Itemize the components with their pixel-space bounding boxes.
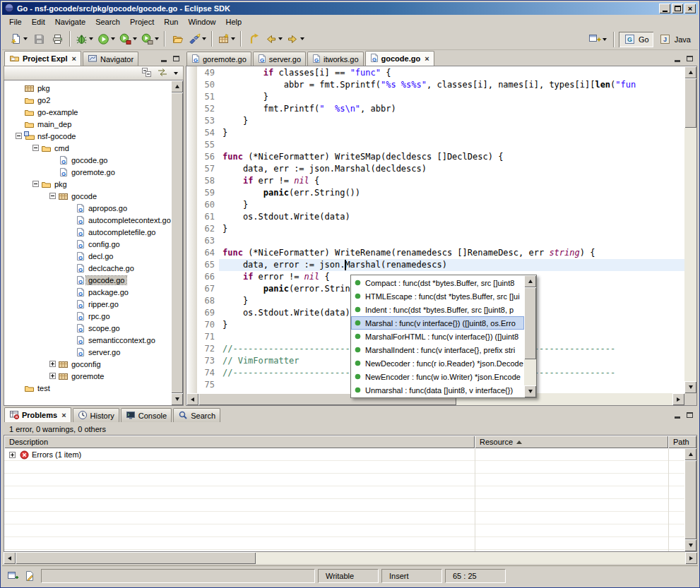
new-package-button[interactable]	[216, 30, 237, 47]
editor-vertical-scrollbar[interactable]	[684, 66, 696, 393]
tree-item-rpc-go[interactable]: Grpc.go	[4, 310, 171, 322]
minimize-view-icon[interactable]	[672, 53, 682, 64]
menu-project[interactable]: Project	[125, 16, 159, 28]
code-line-58[interactable]: if err != nil {	[219, 175, 684, 187]
tree-item-goremote-go[interactable]: Ggoremote.go	[4, 166, 171, 178]
tree-item-cmd[interactable]: cmd	[4, 142, 171, 154]
code-line-65[interactable]: data, error := json.Marshal(renamedescs)	[219, 259, 684, 271]
code-line-57[interactable]: data, err := json.Marshal(decldescs)	[219, 163, 684, 175]
menu-edit[interactable]: Edit	[27, 16, 50, 28]
project-tree[interactable]: pkggo2go-examplemain_depnsf-gocodecmdGgo…	[4, 82, 171, 405]
tree-item-go-example[interactable]: go-example	[4, 106, 171, 118]
tree-item-gocode-go[interactable]: Ggocode.go	[4, 274, 171, 286]
problems-vertical-scrollbar[interactable]	[684, 448, 696, 551]
code-line-52[interactable]: fmt.Printf(" %s\n", abbr)	[219, 103, 684, 115]
code-line-51[interactable]: }	[219, 91, 684, 103]
dropdown-arrow-icon[interactable]	[88, 30, 94, 47]
close-icon[interactable]: ×	[425, 54, 429, 63]
tree-item-gocode-go[interactable]: Ggocode.go	[4, 154, 171, 166]
tree-item-pkg[interactable]: pkg	[4, 82, 171, 94]
tree-item-nsf-gocode[interactable]: nsf-gocode	[4, 130, 171, 142]
tab-project-expl[interactable]: Project Expl×	[4, 51, 81, 66]
scroll-up-icon[interactable]	[524, 275, 536, 287]
run-last-button[interactable]	[118, 30, 138, 47]
dropdown-arrow-icon[interactable]	[201, 30, 207, 47]
back-button[interactable]	[263, 30, 284, 47]
scroll-up-icon[interactable]	[684, 448, 696, 460]
menu-help[interactable]: Help	[221, 16, 247, 28]
expand-icon[interactable]	[48, 361, 57, 367]
menu-window[interactable]: Window	[183, 16, 220, 28]
completion-item[interactable]: NewDecoder : func(r io.Reader) *json.Dec…	[351, 356, 524, 370]
popup-vertical-scrollbar[interactable]	[524, 275, 536, 397]
completion-item[interactable]: MarshalIndent : func(v interface{}, pref…	[351, 343, 524, 356]
tree-item-goremote[interactable]: goremote	[4, 370, 171, 382]
scroll-left-icon[interactable]	[4, 552, 16, 564]
code-line-60[interactable]: }	[219, 199, 684, 211]
dropdown-arrow-icon[interactable]	[601, 31, 607, 48]
scrollbar-thumb[interactable]	[684, 78, 696, 128]
tab-goremote-go[interactable]: Ggoremote.go	[186, 52, 251, 66]
dropdown-arrow-icon[interactable]	[299, 30, 305, 47]
menu-run[interactable]: Run	[159, 16, 183, 28]
scroll-down-icon[interactable]	[171, 393, 183, 405]
tree-item-decl-go[interactable]: Gdecl.go	[4, 250, 171, 262]
tree-item-autocompletefile-go[interactable]: Gautocompletefile.go	[4, 226, 171, 238]
print-button[interactable]	[49, 30, 66, 47]
dropdown-arrow-icon[interactable]	[22, 30, 28, 47]
tree-item-gocode[interactable]: gocode	[4, 190, 171, 202]
scroll-left-icon[interactable]	[186, 393, 198, 405]
column-header-resource[interactable]: Resource	[475, 436, 668, 448]
completion-item[interactable]: Unmarshal : func(data []uint8, v interfa…	[351, 383, 524, 397]
minimize-view-icon[interactable]	[672, 409, 682, 420]
collapse-icon[interactable]	[48, 193, 57, 199]
dropdown-arrow-icon[interactable]	[230, 30, 236, 47]
run-button[interactable]	[96, 30, 117, 47]
java-perspective-button[interactable]: JJava	[655, 32, 695, 47]
tab-history[interactable]: History	[73, 408, 119, 422]
scroll-up-icon[interactable]	[171, 80, 183, 92]
menu-file[interactable]: File	[4, 16, 27, 28]
dropdown-arrow-icon[interactable]	[109, 30, 116, 47]
completion-item[interactable]: HTMLEscape : func(dst *bytes.Buffer, src…	[351, 289, 524, 303]
open-perspective-button[interactable]	[588, 31, 608, 48]
completion-item[interactable]: MarshalForHTML : func(v interface{}) ([]…	[351, 330, 524, 343]
scroll-right-icon[interactable]	[672, 393, 684, 405]
tab-gocode-go[interactable]: Ggocode.go×	[365, 51, 434, 66]
scroll-down-icon[interactable]	[524, 385, 536, 397]
forward-button[interactable]	[285, 30, 306, 47]
external-tools-button[interactable]	[140, 30, 160, 47]
minimize-view-icon[interactable]	[158, 53, 169, 64]
tree-item-ripper-go[interactable]: Gripper.go	[4, 298, 171, 310]
expand-icon[interactable]	[8, 452, 17, 458]
code-line-63[interactable]	[219, 235, 684, 247]
tab-server-go[interactable]: Gserver.go	[253, 52, 306, 66]
completion-list[interactable]: Compact : func(dst *bytes.Buffer, src []…	[351, 276, 524, 397]
go-perspective-button[interactable]: GGo	[619, 32, 653, 47]
scroll-right-icon[interactable]	[685, 552, 697, 564]
code-line-62[interactable]: }	[219, 223, 684, 235]
code-line-56[interactable]: func (*NiceFormatter) WriteSMap(decldesc…	[219, 151, 684, 163]
close-icon[interactable]: ×	[61, 411, 66, 419]
menu-navigate[interactable]: Navigate	[50, 16, 90, 28]
debug-button[interactable]	[74, 30, 95, 47]
tree-item-declcache-go[interactable]: Gdeclcache.go	[4, 262, 171, 274]
tree-item-main-dep[interactable]: main_dep	[4, 118, 171, 130]
column-header-path[interactable]: Path	[668, 436, 696, 448]
code-line-59[interactable]: panic(err.String())	[219, 187, 684, 199]
completion-item[interactable]: Indent : func(dst *bytes.Buffer, src []u…	[351, 303, 524, 316]
tree-item-go2[interactable]: go2	[4, 94, 171, 106]
tree-item-config-go[interactable]: Gconfig.go	[4, 238, 171, 250]
maximize-view-icon[interactable]	[171, 53, 182, 64]
last-edit-location-button[interactable]	[245, 30, 262, 47]
code-line-53[interactable]: }	[219, 115, 684, 127]
expand-icon[interactable]	[48, 373, 57, 379]
new-wizard-button[interactable]	[8, 30, 29, 47]
problems-horizontal-scrollbar[interactable]	[4, 552, 697, 564]
explorer-vertical-scrollbar[interactable]	[171, 80, 183, 405]
tree-item-apropos-go[interactable]: Gapropos.go	[4, 202, 171, 214]
tree-item-semanticcontext-go[interactable]: Gsemanticcontext.go	[4, 334, 171, 346]
scroll-down-icon[interactable]	[684, 381, 696, 393]
scrollbar-thumb[interactable]	[684, 460, 696, 539]
collapse-icon[interactable]	[14, 133, 23, 139]
